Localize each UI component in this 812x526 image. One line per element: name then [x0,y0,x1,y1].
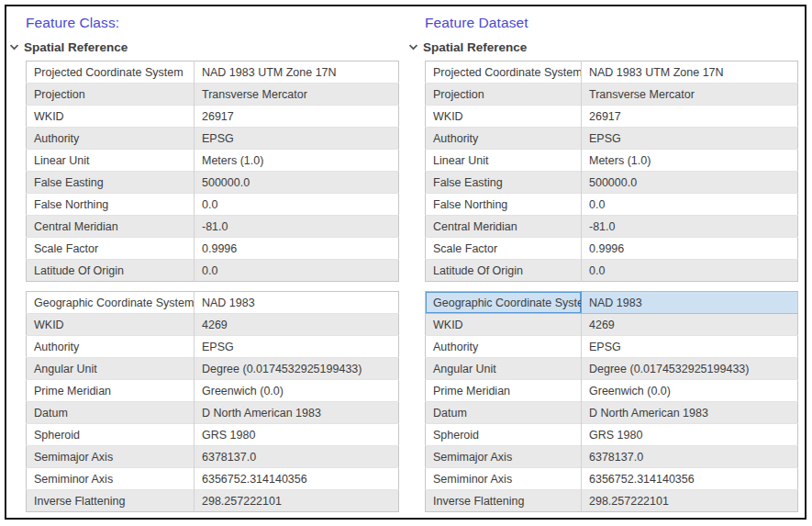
property-label-cell[interactable]: Angular Unit [27,358,195,380]
property-label-cell[interactable]: Authority [27,336,195,358]
property-label-cell[interactable]: WKID [27,314,195,336]
table-row[interactable]: ProjectionTransverse Mercator [426,84,798,106]
table-row[interactable]: DatumD North American 1983 [27,402,399,424]
table-row[interactable]: Projected Coordinate SystemNAD 1983 UTM … [27,62,399,84]
table-row[interactable]: Scale Factor0.9996 [27,238,399,260]
property-value-cell[interactable]: 0.0 [582,260,798,282]
property-label-cell[interactable]: Scale Factor [27,238,195,260]
property-value-cell[interactable]: 298.257222101 [582,490,798,512]
property-value-cell[interactable]: 26917 [582,106,798,128]
table-row[interactable]: Scale Factor0.9996 [426,238,798,260]
table-row[interactable]: Prime MeridianGreenwich (0.0) [426,380,798,402]
property-label-cell[interactable]: Spheroid [426,424,582,446]
table-row[interactable]: ProjectionTransverse Mercator [27,84,399,106]
property-label-cell[interactable]: Datum [426,402,582,424]
property-label-cell[interactable]: Latitude Of Origin [426,260,582,282]
property-value-cell[interactable]: GRS 1980 [195,424,399,446]
table-row[interactable]: WKID4269 [426,314,798,336]
chevron-down-icon[interactable] [408,42,418,52]
table-row[interactable]: WKID26917 [426,106,798,128]
table-row[interactable]: Semimajor Axis6378137.0 [426,446,798,468]
property-value-cell[interactable]: 500000.0 [582,172,798,194]
property-label-cell[interactable]: Angular Unit [426,358,582,380]
property-value-cell[interactable]: -81.0 [195,216,399,238]
property-label-cell[interactable]: Semimajor Axis [426,446,582,468]
property-value-cell[interactable]: D North American 1983 [195,402,399,424]
property-label-cell[interactable]: Projection [27,84,195,106]
table-row[interactable]: SpheroidGRS 1980 [426,424,798,446]
table-row[interactable]: Central Meridian-81.0 [27,216,399,238]
table-row[interactable]: WKID26917 [27,106,399,128]
property-label-cell[interactable]: Geographic Coordinate System [27,292,195,314]
property-label-cell[interactable]: Linear Unit [27,150,195,172]
property-value-cell[interactable]: Degree (0.0174532925199433) [582,358,798,380]
property-value-cell[interactable]: Degree (0.0174532925199433) [195,358,399,380]
property-label-cell[interactable]: False Northing [27,194,195,216]
property-label-cell[interactable]: Latitude Of Origin [27,260,195,282]
property-label-cell[interactable]: Authority [426,128,582,150]
table-row[interactable]: Inverse Flattening298.257222101 [27,490,399,512]
table-row[interactable]: Semiminor Axis6356752.314140356 [27,468,399,490]
property-value-cell[interactable]: 4269 [195,314,399,336]
table-row[interactable]: DatumD North American 1983 [426,402,798,424]
property-value-cell[interactable]: NAD 1983 UTM Zone 17N [582,62,798,84]
table-row[interactable]: Angular UnitDegree (0.0174532925199433) [27,358,399,380]
property-value-cell[interactable]: 26917 [195,106,399,128]
table-row[interactable]: Inverse Flattening298.257222101 [426,490,798,512]
table-row[interactable]: AuthorityEPSG [27,336,399,358]
table-row[interactable]: Latitude Of Origin0.0 [426,260,798,282]
table-row[interactable]: Linear UnitMeters (1.0) [426,150,798,172]
property-label-cell[interactable]: WKID [426,106,582,128]
table-row[interactable]: AuthorityEPSG [426,336,798,358]
property-value-cell[interactable]: 6378137.0 [195,446,399,468]
table-row[interactable]: Central Meridian-81.0 [426,216,798,238]
property-value-cell[interactable]: 0.0 [582,194,798,216]
property-value-cell[interactable]: 6356752.314140356 [195,468,399,490]
property-value-cell[interactable]: 6356752.314140356 [582,468,798,490]
property-label-cell[interactable]: WKID [426,314,582,336]
property-value-cell[interactable]: NAD 1983 [582,292,798,314]
property-value-cell[interactable]: Meters (1.0) [195,150,399,172]
property-value-cell[interactable]: 0.0 [195,194,399,216]
table-row[interactable]: SpheroidGRS 1980 [27,424,399,446]
table-row[interactable]: WKID4269 [27,314,399,336]
property-label-cell[interactable]: Geographic Coordinate System [426,292,582,314]
property-value-cell[interactable]: 0.9996 [582,238,798,260]
property-label-cell[interactable]: Semimajor Axis [27,446,195,468]
chevron-down-icon[interactable] [9,42,19,52]
property-label-cell[interactable]: Projection [426,84,582,106]
property-value-cell[interactable]: EPSG [195,336,399,358]
property-value-cell[interactable]: Greenwich (0.0) [582,380,798,402]
table-row[interactable]: Projected Coordinate SystemNAD 1983 UTM … [426,62,798,84]
spatial-reference-section-header[interactable]: Spatial Reference [9,40,403,54]
property-label-cell[interactable]: Authority [27,128,195,150]
property-label-cell[interactable]: Scale Factor [426,238,582,260]
property-label-cell[interactable]: Spheroid [27,424,195,446]
property-label-cell[interactable]: WKID [27,106,195,128]
table-row[interactable]: Semiminor Axis6356752.314140356 [426,468,798,490]
property-label-cell[interactable]: False Northing [426,194,582,216]
property-value-cell[interactable]: EPSG [195,128,399,150]
property-value-cell[interactable]: 6378137.0 [582,446,798,468]
table-row[interactable]: False Northing0.0 [27,194,399,216]
spatial-reference-section-header[interactable]: Spatial Reference [408,40,802,54]
property-value-cell[interactable]: 298.257222101 [195,490,399,512]
property-value-cell[interactable]: GRS 1980 [582,424,798,446]
property-value-cell[interactable]: NAD 1983 [195,292,399,314]
table-row[interactable]: Semimajor Axis6378137.0 [27,446,399,468]
property-label-cell[interactable]: Prime Meridian [27,380,195,402]
table-row[interactable]: Geographic Coordinate SystemNAD 1983 [27,292,399,314]
property-label-cell[interactable]: False Easting [426,172,582,194]
property-label-cell[interactable]: Semiminor Axis [27,468,195,490]
property-label-cell[interactable]: Central Meridian [27,216,195,238]
table-row[interactable]: Linear UnitMeters (1.0) [27,150,399,172]
property-label-cell[interactable]: False Easting [27,172,195,194]
property-value-cell[interactable]: EPSG [582,336,798,358]
table-row[interactable]: AuthorityEPSG [27,128,399,150]
property-value-cell[interactable]: Transverse Mercator [195,84,399,106]
property-value-cell[interactable]: NAD 1983 UTM Zone 17N [195,62,399,84]
property-value-cell[interactable]: EPSG [582,128,798,150]
table-row[interactable]: Angular UnitDegree (0.0174532925199433) [426,358,798,380]
table-row[interactable]: AuthorityEPSG [426,128,798,150]
property-label-cell[interactable]: Semiminor Axis [426,468,582,490]
